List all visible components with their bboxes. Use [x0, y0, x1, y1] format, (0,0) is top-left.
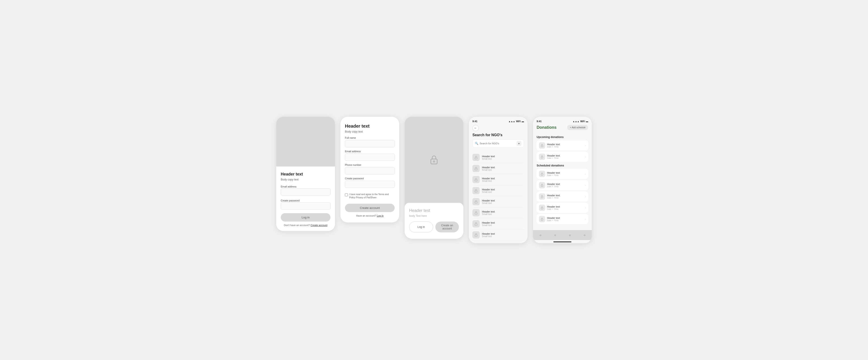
back-button[interactable]: ←: [472, 125, 479, 131]
chevron-right-icon: ›: [585, 156, 586, 158]
screen3-login-button[interactable]: Log in: [409, 222, 433, 232]
screen4-header: 9:41 ▲▲▲ WiFi ▬ ← Search for NGO's 🔍 ≡: [469, 117, 528, 150]
donation-avatar: [539, 193, 545, 200]
donation-name: Header text: [547, 194, 583, 197]
ngo-info: Header text Small text: [482, 199, 495, 204]
ngo-list-item[interactable]: Header text Small text: [472, 152, 524, 163]
ngo-list: Header text Small text Header text Small…: [469, 150, 528, 243]
ngo-list-item[interactable]: Header text Small text: [472, 207, 524, 219]
status-time-5: 9:41: [537, 120, 541, 123]
donation-name: Header text: [547, 205, 583, 208]
screen1-create-link[interactable]: Create account: [311, 224, 328, 227]
status-bar-5: 9:41 ▲▲▲ WiFi ▬: [537, 120, 588, 123]
donation-info: Header text Date • Time: [547, 205, 583, 210]
screen2-phone-input[interactable]: [345, 167, 395, 174]
upcoming-donations-title: Upcoming donations: [537, 135, 588, 139]
ngo-small-text: Small text: [482, 202, 495, 204]
screen2-footer: Have an account? Log in: [345, 214, 395, 217]
screen2-email-label: Email address: [345, 150, 395, 153]
ngo-list-item[interactable]: Header text Small text: [472, 163, 524, 174]
scheduled-donation-item[interactable]: Header text Date • Time ›: [537, 203, 588, 213]
screen2-fullname-label: Full name: [345, 136, 395, 139]
donation-name: Header text: [547, 171, 583, 174]
donation-meta: Date • Time: [547, 146, 583, 148]
screen2-login-link[interactable]: Log in: [377, 214, 383, 217]
signal-icon-5: ▲▲▲: [572, 120, 579, 123]
screen2-terms-checkbox[interactable]: [345, 193, 348, 196]
ngo-list-item[interactable]: Header text Small text: [472, 196, 524, 207]
donation-item[interactable]: Header text Date • Time ›: [537, 152, 588, 162]
svg-rect-11: [541, 157, 543, 158]
donation-meta: Date • Time: [547, 174, 583, 176]
donation-avatar: [539, 171, 545, 177]
screen1-login-button[interactable]: Log in: [281, 213, 331, 222]
donations-list: Upcoming donations Header text Date • Ti…: [533, 135, 592, 230]
donation-name: Header text: [547, 143, 583, 146]
donation-info: Header text Date • Time: [547, 183, 583, 188]
screen3-create-button[interactable]: Create an account: [435, 222, 459, 232]
ngo-avatar: [472, 187, 480, 194]
ngo-name: Header text: [482, 210, 495, 213]
ngo-info: Header text Small text: [482, 177, 495, 182]
wifi-icon-5: WiFi: [580, 120, 585, 123]
svg-rect-0: [431, 159, 437, 164]
donation-item[interactable]: Header text Date • Time ›: [537, 140, 588, 151]
ngo-small-text: Small text: [482, 169, 495, 171]
signal-icon: ▲▲▲: [508, 120, 515, 123]
scheduled-donation-item[interactable]: Header text Date • Time ›: [537, 192, 588, 201]
scheduled-donation-item[interactable]: Header text Date • Time ›: [537, 214, 588, 224]
screen1-password-label: Create password: [281, 199, 300, 202]
chevron-right-icon: ›: [585, 173, 586, 175]
screen2-password-input[interactable]: [345, 181, 395, 188]
nav-item-3[interactable]: ⊙: [562, 230, 577, 240]
add-schedule-button[interactable]: + Add schedule: [567, 125, 588, 130]
ngo-list-item[interactable]: Header text Small text: [472, 185, 524, 196]
donation-info: Header text Date • Time: [547, 171, 583, 176]
svg-rect-6: [475, 202, 477, 203]
svg-rect-4: [475, 179, 477, 181]
battery-icon-5: ▬: [586, 120, 588, 123]
svg-rect-10: [541, 145, 543, 147]
screen-search-ngo: 9:41 ▲▲▲ WiFi ▬ ← Search for NGO's 🔍 ≡: [469, 117, 528, 243]
ngo-small-text: Small text: [482, 180, 495, 182]
ngo-avatar: [472, 176, 480, 183]
ngo-avatar: [472, 198, 480, 205]
donation-name: Header text: [547, 183, 583, 186]
screen5-header: 9:41 ▲▲▲ WiFi ▬ Donations + Add schedule: [533, 117, 592, 135]
donation-info: Header text Date • Time: [547, 194, 583, 199]
screen2-fullname-input[interactable]: [345, 140, 395, 147]
scheduled-donation-item[interactable]: Header text Date • Time ›: [537, 169, 588, 179]
ngo-small-text: Small text: [482, 158, 495, 160]
ngo-avatar: [472, 220, 480, 227]
screen1-password-input[interactable]: [281, 202, 331, 209]
chevron-right-icon: ›: [585, 207, 586, 209]
ngo-name: Header text: [482, 155, 495, 158]
screen2-create-button[interactable]: Create account: [345, 204, 395, 212]
filter-button[interactable]: ≡: [517, 141, 522, 146]
screen2-email-input[interactable]: [345, 154, 395, 161]
ngo-avatar: [472, 165, 480, 172]
svg-rect-3: [475, 168, 477, 170]
ngo-small-text: Small text: [482, 224, 495, 227]
search-ngo-input[interactable]: [480, 142, 515, 145]
nav-heart-icon: ⊙: [569, 234, 571, 236]
back-arrow-icon: ←: [474, 127, 477, 130]
nav-item-4[interactable]: ⊙: [577, 230, 592, 240]
nav-item-2[interactable]: ⊙: [548, 230, 562, 240]
screen-login: Header text Body copy text Email address…: [276, 117, 335, 231]
ngo-list-item[interactable]: Header text Small text: [472, 174, 524, 185]
screen2-password-label: Create password: [345, 177, 395, 180]
ngo-list-item[interactable]: Header text Small text: [472, 229, 524, 240]
scheduled-donation-item[interactable]: Header text Date • Time ›: [537, 180, 588, 190]
status-icons-5: ▲▲▲ WiFi ▬: [572, 120, 588, 123]
svg-rect-12: [541, 174, 543, 175]
screen1-form: Header text Body copy text Email address…: [276, 166, 335, 231]
svg-rect-5: [475, 191, 477, 192]
ngo-list-item[interactable]: Header text Small text: [472, 219, 524, 229]
ngo-info: Header text Small text: [482, 232, 495, 238]
nav-item-1[interactable]: ⊙: [533, 230, 548, 240]
screen1-image-placeholder: [276, 117, 335, 166]
chevron-right-icon: ›: [585, 218, 586, 221]
battery-icon: ▬: [522, 120, 524, 123]
screen1-email-input[interactable]: [281, 188, 331, 196]
